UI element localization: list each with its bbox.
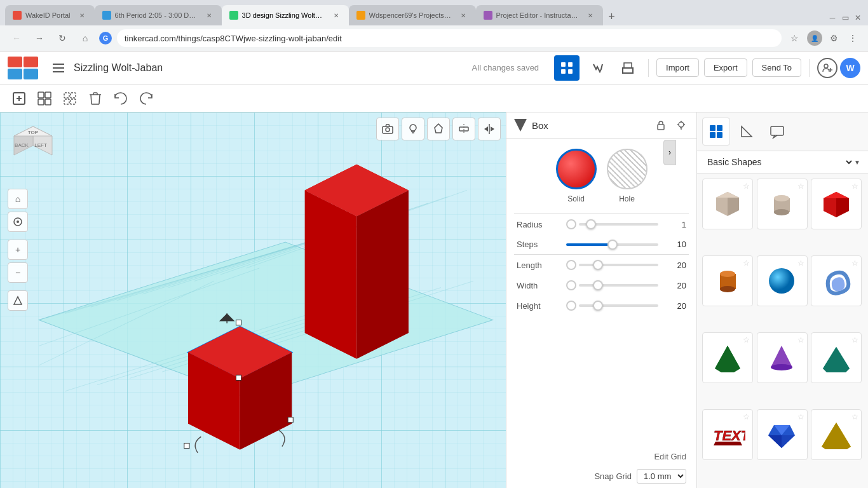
tab-3d-design[interactable]: 3D design Sizzling Wolt-Jaban... ✕	[222, 5, 349, 25]
minimize-button[interactable]: ─	[827, 13, 837, 23]
new-shape-button[interactable]	[8, 87, 31, 110]
undo-button[interactable]	[109, 87, 132, 110]
mirror-button[interactable]	[478, 118, 501, 140]
refresh-button[interactable]: ↻	[53, 29, 71, 47]
shape-item-diamond-blue[interactable]: ☆	[757, 409, 808, 460]
star-icon-7[interactable]: ☆	[743, 336, 750, 344]
collapse-arrow-icon[interactable]	[514, 119, 527, 132]
shape-item-pyramid-yellow[interactable]: ☆	[811, 409, 862, 460]
tab-projects[interactable]: Wdspencer69's Projects - Instr... ✕	[349, 5, 476, 25]
light-bulb-button[interactable]	[402, 118, 424, 140]
shapes-grid-tab[interactable]	[702, 118, 730, 146]
view-cube[interactable]: LEFT BACK TOP	[8, 120, 58, 171]
tab-wakeid[interactable]: WakeID Portal ✕	[5, 5, 95, 25]
shape-item-box-red[interactable]: ☆	[811, 179, 862, 229]
zoom-out-button[interactable]: −	[8, 262, 28, 283]
shape-item-sphere-blue[interactable]: ☆	[757, 255, 808, 306]
shapes-category-select[interactable]: Basic Shapes	[705, 156, 854, 168]
light-icon[interactable]	[674, 118, 689, 133]
restore-button[interactable]: ▭	[840, 13, 850, 23]
shapes-chat-tab[interactable]	[763, 118, 791, 146]
profile-icon[interactable]: 👤	[807, 30, 822, 46]
shape-img-6	[817, 262, 855, 300]
viewport[interactable]: LEFT BACK TOP ⌂ + −	[0, 112, 506, 488]
steps-value: 10	[663, 240, 686, 249]
tab-close-5[interactable]: ✕	[585, 10, 595, 20]
shape-item-rounded-box[interactable]: ☆	[702, 179, 753, 229]
tab-project-editor[interactable]: Project Editor - Instructables ✕	[476, 5, 603, 25]
ungroup-button[interactable]	[58, 87, 81, 110]
star-icon-6[interactable]: ☆	[851, 259, 858, 268]
shape-item-prism-teal[interactable]: ☆	[811, 332, 862, 383]
perspective-button[interactable]	[8, 290, 28, 311]
zoom-in-button[interactable]: +	[8, 240, 28, 260]
star-icon-10[interactable]: ☆	[743, 412, 750, 421]
star-icon-3[interactable]: ☆	[851, 182, 858, 191]
svg-point-69	[410, 125, 416, 131]
home-button[interactable]: ⌂	[76, 29, 94, 47]
app-container: Sizzling Wolt-Jaban All changes saved Im…	[0, 51, 868, 488]
tab-bar: WakeID Portal ✕ 6th Period 2:05 - 3:00 D…	[0, 0, 868, 25]
star-icon-4[interactable]: ☆	[743, 259, 750, 268]
address-input[interactable]	[117, 29, 782, 47]
edit-grid-button[interactable]: Edit Grid	[654, 452, 686, 461]
delete-button[interactable]	[84, 87, 107, 110]
fit-view-button[interactable]	[8, 212, 28, 232]
redo-button[interactable]	[135, 87, 158, 110]
send-to-button[interactable]: Send To	[752, 58, 801, 77]
steps-slider[interactable]	[566, 243, 658, 246]
hole-option[interactable]: Hole	[607, 149, 648, 203]
export-button[interactable]: Export	[704, 58, 747, 77]
length-slider[interactable]	[579, 264, 658, 266]
grid-view-button[interactable]	[554, 55, 580, 81]
pick-view-button[interactable]	[585, 55, 610, 81]
svg-rect-16	[45, 92, 51, 98]
camera-button[interactable]	[376, 118, 399, 140]
svg-rect-54	[236, 320, 241, 325]
solid-option[interactable]: Solid	[556, 149, 597, 203]
shape-item-cylinder-orange[interactable]: ☆	[702, 255, 753, 306]
shape-item-cylinder-gray[interactable]: ☆	[757, 179, 808, 229]
shapes-corner-tab[interactable]	[733, 118, 761, 146]
new-tab-button[interactable]: +	[603, 8, 621, 25]
forward-button[interactable]: →	[31, 29, 48, 47]
shape-item-cone-purple[interactable]: ☆	[757, 332, 808, 383]
snap-grid-select[interactable]: 1.0 mm 0.5 mm 2.0 mm	[637, 469, 686, 484]
hamburger-menu[interactable]	[48, 58, 69, 78]
shape-item-text-red[interactable]: ☆ TEXT	[702, 409, 753, 460]
user-avatar[interactable]: W	[840, 58, 860, 78]
close-button[interactable]: ✕	[853, 13, 863, 23]
width-slider[interactable]	[579, 284, 658, 287]
star-icon-5[interactable]: ☆	[797, 259, 804, 268]
extensions-icon[interactable]: ⚙	[826, 30, 841, 46]
tab-6th-period[interactable]: 6th Period 2:05 - 3:00 Design ... ✕	[95, 5, 222, 25]
home-view-button[interactable]: ⌂	[8, 189, 28, 209]
star-icon-2[interactable]: ☆	[797, 182, 804, 191]
star-icon-11[interactable]: ☆	[797, 412, 804, 421]
add-user-button[interactable]	[817, 58, 837, 78]
shape-item-knot[interactable]: ☆	[811, 255, 862, 306]
star-icon-1[interactable]: ☆	[743, 182, 750, 191]
snap-grid-label: Snap Grid	[594, 471, 632, 481]
tab-close-4[interactable]: ✕	[458, 10, 468, 20]
shape-button[interactable]	[427, 118, 450, 140]
export-view-button[interactable]	[615, 55, 641, 81]
star-icon-9[interactable]: ☆	[851, 336, 858, 344]
star-icon-8[interactable]: ☆	[797, 336, 804, 344]
group-button[interactable]	[33, 87, 56, 110]
shape-item-pyramid-green[interactable]: ☆	[702, 332, 753, 383]
tab-close-1[interactable]: ✕	[77, 10, 87, 20]
height-slider[interactable]	[579, 304, 658, 307]
bookmark-icon[interactable]: ☆	[787, 30, 802, 46]
lock-icon[interactable]	[653, 118, 668, 133]
import-button[interactable]: Import	[656, 58, 699, 77]
back-button[interactable]: ←	[8, 29, 25, 47]
tab-close-2[interactable]: ✕	[204, 10, 214, 20]
width-row: Width 20	[506, 275, 696, 295]
star-icon-12[interactable]: ☆	[851, 412, 858, 421]
tab-close-3[interactable]: ✕	[331, 10, 341, 20]
radius-slider[interactable]	[579, 223, 658, 226]
menu-icon[interactable]: ⋮	[845, 30, 860, 46]
align-button[interactable]	[452, 118, 475, 140]
collapse-panel-button[interactable]: ›	[663, 140, 676, 165]
